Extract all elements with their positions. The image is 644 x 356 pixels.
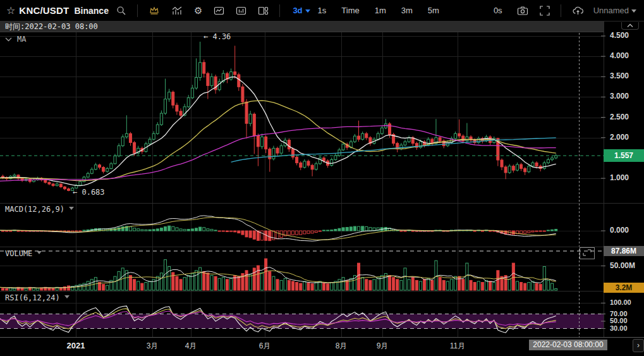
price-tick-label: 2.000 <box>610 133 641 142</box>
current-volume-tag: 3.2M <box>604 283 644 293</box>
rsi-tick-label: 70.00 <box>610 310 641 317</box>
time-tick-label: 11月 <box>450 341 465 352</box>
interval-time[interactable]: Time <box>341 6 359 15</box>
interval-selected[interactable]: 3d <box>293 6 302 15</box>
price-tick-label: 3.500 <box>610 71 641 80</box>
chevron-down-icon[interactable] <box>305 9 310 15</box>
rsi-tick-label: 50.00 <box>610 317 641 324</box>
volume-indicator-label: VOLUME <box>5 249 32 258</box>
volume-mid-label: 50.00M <box>610 261 641 270</box>
symbol-title[interactable]: KNC/USDT <box>19 5 69 16</box>
time-tick-label: 6月 <box>259 341 271 352</box>
macd-indicator-toggle[interactable]: MACD(12,26,9) <box>5 205 74 214</box>
time-tick-label: 2021 <box>67 341 85 350</box>
exchange-label: Binance <box>74 6 108 16</box>
price-tick-label: 4.500 <box>610 31 641 40</box>
volume-indicator-toggle[interactable]: VOLUME <box>5 249 42 258</box>
price-tick-label: 1.000 <box>610 173 641 182</box>
region-zoom-icon[interactable] <box>580 247 595 259</box>
axis-collapse-button[interactable] <box>621 22 639 30</box>
macd-indicator-label: MACD(12,26,9) <box>5 205 64 214</box>
rsi-indicator-toggle[interactable]: RSI(6,12,24) <box>5 293 70 302</box>
crosshair-time-tag: 2022-02-03 08:00:00 <box>529 340 607 350</box>
fullscreen-icon[interactable] <box>540 6 550 16</box>
time-tick-label: 3月 <box>147 341 159 352</box>
scroll-right-button[interactable]: › <box>633 339 644 352</box>
camera-icon[interactable] <box>517 6 528 16</box>
ma-indicator-label: MA <box>17 35 26 44</box>
rsi-tick-label: 100.00 <box>610 298 641 306</box>
toolbar: ☆ KNC/USDT Binance ⚙ 3d 1s Time 1m 3m 5m <box>0 0 644 21</box>
panel-bars-icon[interactable] <box>236 6 246 16</box>
layout-split-icon[interactable] <box>258 6 269 16</box>
toolbar-divider <box>137 4 138 17</box>
interval-5m[interactable]: 5m <box>428 6 439 15</box>
rsi-indicator-label: RSI(6,12,24) <box>5 293 60 302</box>
time-tick-label: 9月 <box>377 341 389 352</box>
chart-canvas[interactable] <box>0 0 644 356</box>
bar-countdown: 0s <box>494 6 502 15</box>
indicators-icon[interactable] <box>171 6 183 16</box>
caret-down-icon <box>64 295 70 301</box>
trading-app: ☆ KNC/USDT Binance ⚙ 3d 1s Time 1m 3m 5m <box>0 0 644 356</box>
high-price-annotation: ← 4.36 <box>204 32 231 41</box>
ma-indicator-toggle[interactable]: MA <box>5 35 26 44</box>
search-icon[interactable] <box>116 6 126 16</box>
cloud-upload-icon[interactable] <box>572 6 584 16</box>
interval-1s[interactable]: 1s <box>318 6 327 15</box>
price-tick-label: 2.500 <box>610 113 641 121</box>
caret-down-icon <box>37 251 42 257</box>
favorite-star-icon[interactable]: ☆ <box>6 4 15 16</box>
price-tick-label: 4.000 <box>610 51 641 60</box>
time-tick-label: 4月 <box>185 341 197 352</box>
chevron-down-icon[interactable] <box>631 9 636 15</box>
chart-snapshot-icon[interactable] <box>214 6 224 16</box>
crosshair-time-text: 时间:2022-02-03 08:00 <box>5 22 98 31</box>
low-price-annotation: ← 0.683 <box>73 188 105 197</box>
vip-crown-icon[interactable] <box>149 6 160 16</box>
interval-1m[interactable]: 1m <box>375 6 386 15</box>
macd-zero-label: 0.000 <box>610 226 641 235</box>
price-tick-label: 3.000 <box>610 92 641 101</box>
interval-3m[interactable]: 3m <box>401 6 413 15</box>
toolbar-divider <box>279 4 280 17</box>
last-price-tag: 1.557 <box>604 149 644 162</box>
caret-down-icon <box>69 207 74 212</box>
rsi-tick-label: 30.00 <box>610 324 641 332</box>
layout-name[interactable]: Unnamed <box>593 6 629 15</box>
toolbar-divider <box>561 4 561 17</box>
time-tick-label: 8月 <box>336 341 348 352</box>
crosshair-info-bar: 时间:2022-02-03 08:00 <box>0 21 604 32</box>
volume-max-tag: 87.86M <box>604 246 644 256</box>
settings-gear-icon[interactable]: ⚙ <box>194 5 202 16</box>
